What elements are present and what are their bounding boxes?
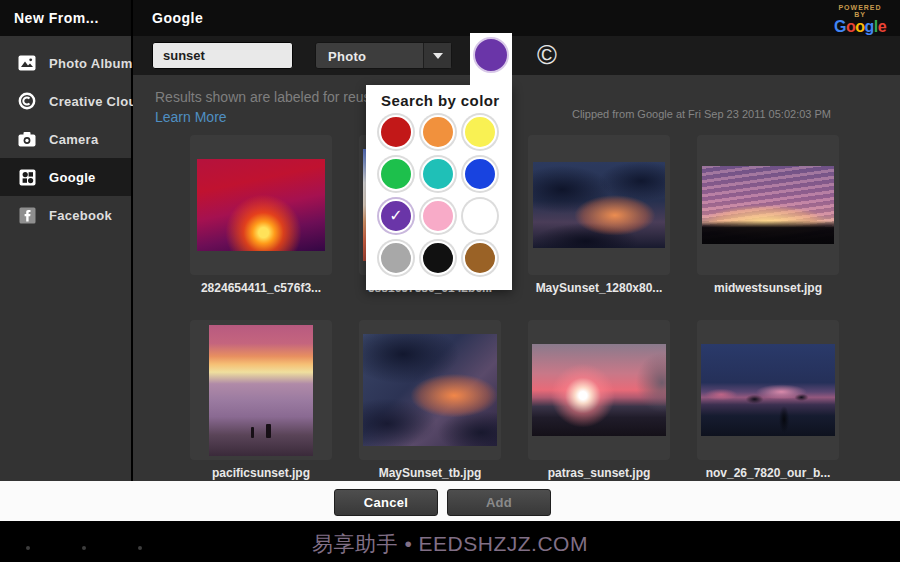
- check-icon: ✓: [389, 208, 402, 224]
- thumbnail-photo: [209, 325, 313, 456]
- thumbnail-filename: 2824654411_c576f3...: [190, 281, 332, 295]
- clip-timestamp: Clipped from Google at Fri Sep 23 2011 0…: [572, 108, 831, 120]
- learn-more-link[interactable]: Learn More: [155, 109, 227, 125]
- dialog-title: New From...: [14, 10, 99, 26]
- add-button[interactable]: Add: [447, 489, 551, 516]
- sidebar-item-label: Creative Cloud: [49, 94, 145, 109]
- thumbnail-filename: pacificsunset.jpg: [190, 466, 332, 480]
- color-swatch-white[interactable]: [463, 199, 497, 233]
- powered-by-google-logo: POWERED BY Google: [834, 4, 886, 36]
- color-swatch-teal[interactable]: [421, 157, 455, 191]
- color-swatch-red[interactable]: [379, 115, 413, 149]
- result-thumbnail[interactable]: [528, 320, 670, 460]
- color-swatch-purple[interactable]: ✓: [379, 199, 413, 233]
- source-title: Google: [152, 10, 203, 26]
- google-logo: Google: [834, 18, 886, 35]
- result-thumbnail[interactable]: [359, 320, 501, 460]
- result-thumbnail[interactable]: [697, 320, 839, 460]
- result-thumbnail[interactable]: [190, 320, 332, 460]
- camera-icon: [18, 130, 36, 148]
- sidebar-item-photo-albums[interactable]: Photo Albums: [0, 44, 131, 82]
- color-swatch-brown[interactable]: [463, 241, 497, 275]
- color-swatch-grid: ✓: [379, 115, 499, 275]
- sidebar-item-label: Facebook: [49, 208, 112, 223]
- thumbnail-photo: [533, 162, 665, 248]
- thumbnail-photo: [197, 159, 325, 251]
- result-thumbnail[interactable]: [697, 135, 839, 275]
- cancel-button[interactable]: Cancel: [334, 489, 438, 516]
- thumbnail-filename: midwestsunset.jpg: [697, 281, 839, 295]
- search-by-color-popup: Search by color ✓: [366, 85, 512, 290]
- thumbnail-photo: [702, 166, 834, 244]
- color-filter-button[interactable]: [470, 33, 512, 85]
- sidebar-item-google[interactable]: Google: [0, 158, 131, 196]
- thumbnail-filename: patras_sunset.jpg: [528, 466, 670, 480]
- main-titlebar: Google POWERED BY Google: [133, 0, 900, 36]
- sidebar: Photo Albums Creative Cloud Camera Googl…: [0, 36, 131, 481]
- result-thumbnail[interactable]: [528, 135, 670, 275]
- copyright-license-icon[interactable]: ©: [531, 38, 563, 72]
- thumbnail-filename: nov_26_7820_our_b...: [697, 466, 839, 480]
- color-swatch-orange[interactable]: [421, 115, 455, 149]
- sidebar-item-creative-cloud[interactable]: Creative Cloud: [0, 82, 131, 120]
- color-swatch-green[interactable]: [379, 157, 413, 191]
- selected-color-swatch[interactable]: [473, 37, 509, 73]
- color-swatch-blue[interactable]: [463, 157, 497, 191]
- color-swatch-gray[interactable]: [379, 241, 413, 275]
- google-icon: [18, 168, 36, 186]
- sidebar-item-label: Camera: [49, 132, 99, 147]
- thumbnail-photo: [363, 334, 497, 446]
- search-input[interactable]: [152, 42, 293, 69]
- sidebar-item-label: Photo Albums: [49, 56, 140, 71]
- search-toolbar: Photo ©: [133, 36, 900, 75]
- result-thumbnail[interactable]: [190, 135, 332, 275]
- creative-cloud-icon: [18, 92, 36, 110]
- powered-by-label: POWERED BY: [834, 4, 886, 18]
- sidebar-item-label: Google: [49, 170, 96, 185]
- chevron-down-icon: [433, 53, 443, 59]
- sidebar-titlebar: New From...: [0, 0, 131, 36]
- thumbnail-photo: [532, 344, 666, 436]
- dropdown-arrow-button[interactable]: [423, 43, 451, 68]
- result-type-selected: Photo: [328, 49, 366, 64]
- footer-bar: Cancel Add: [0, 481, 900, 521]
- results-panel: Results shown are labeled for reuse with…: [133, 75, 900, 481]
- color-swatch-yellow[interactable]: [463, 115, 497, 149]
- sidebar-item-camera[interactable]: Camera: [0, 120, 131, 158]
- facebook-icon: [18, 206, 36, 224]
- thumbnail-filename: MaySunset_1280x80...: [528, 281, 670, 295]
- thumbnail-filename: MaySunset_tb.jpg: [359, 466, 501, 480]
- sidebar-item-facebook[interactable]: Facebook: [0, 196, 131, 234]
- system-bar: 易享助手 • EEDSHZJZ.COM: [0, 521, 900, 562]
- popup-title: Search by color: [381, 92, 500, 109]
- app-window: New From... Google POWERED BY Google Pho…: [0, 0, 900, 562]
- photo-albums-icon: [18, 54, 36, 72]
- color-swatch-black[interactable]: [421, 241, 455, 275]
- thumbnail-photo: [701, 344, 835, 436]
- watermark-text: 易享助手 • EEDSHZJZ.COM: [0, 530, 900, 558]
- color-swatch-pink[interactable]: [421, 199, 455, 233]
- result-type-dropdown[interactable]: Photo: [315, 42, 452, 69]
